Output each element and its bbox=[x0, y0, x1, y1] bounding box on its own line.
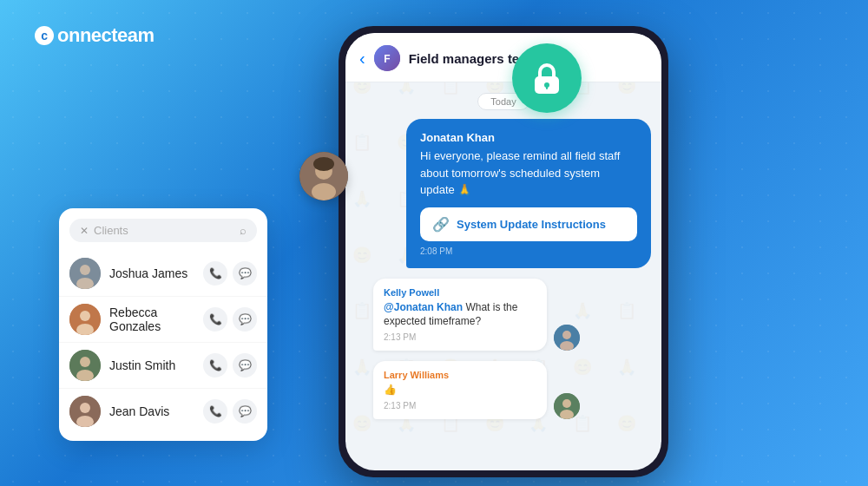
search-label: Clients bbox=[94, 224, 234, 237]
call-button[interactable]: 📞 bbox=[203, 261, 227, 286]
contact-actions: 📞 💬 bbox=[203, 399, 257, 424]
contact-item: Joshua James 📞 💬 bbox=[59, 251, 267, 297]
call-button[interactable]: 📞 bbox=[203, 399, 227, 424]
contact-item: Rebecca Gonzales 📞 💬 bbox=[59, 297, 267, 343]
svg-rect-14 bbox=[546, 85, 548, 89]
kelly-bubble: Kelly Powell @Jonatan Khan What is the e… bbox=[373, 279, 547, 351]
link-card[interactable]: 🔗 System Update Instructions bbox=[420, 207, 637, 241]
back-button[interactable]: ‹ bbox=[359, 49, 365, 69]
phone-header: ‹ F Field managers team bbox=[345, 33, 661, 82]
svg-point-1 bbox=[80, 265, 90, 275]
svg-point-18 bbox=[313, 157, 334, 171]
avatar bbox=[69, 350, 101, 381]
larry-bubble: Larry Williams 👍 2:13 PM bbox=[373, 361, 547, 419]
svg-point-4 bbox=[80, 311, 90, 321]
channel-avatar: F bbox=[374, 45, 400, 71]
avatar bbox=[69, 304, 101, 335]
today-badge: Today bbox=[356, 93, 651, 108]
logo-text: onnecteam bbox=[57, 24, 155, 47]
lock-badge bbox=[512, 43, 582, 113]
search-icon[interactable]: ⌕ bbox=[240, 224, 247, 237]
contact-name: Rebecca Gonzales bbox=[109, 305, 194, 333]
svg-point-22 bbox=[562, 331, 571, 339]
jonatan-avatar bbox=[299, 152, 348, 200]
contact-actions: 📞 💬 bbox=[203, 307, 257, 332]
chat-button[interactable]: 💬 bbox=[233, 399, 257, 424]
svg-point-25 bbox=[562, 399, 571, 408]
larry-message-wrap: Larry Williams 👍 2:13 PM bbox=[356, 361, 651, 423]
reply-time: 2:13 PM bbox=[384, 401, 536, 410]
phone-mockup: 😊🙏📋😊🙏📋😊 📋😊🙏📋😊🙏📋 🙏📋😊🙏📋😊🙏 😊🙏📋😊🙏📋😊 📋😊🙏📋😊🙏📋 … bbox=[339, 26, 668, 477]
jonatan-face bbox=[299, 152, 348, 200]
phone-screen: 😊🙏📋😊🙏📋😊 📋😊🙏📋😊🙏📋 🙏📋😊🙏📋😊🙏 😊🙏📋😊🙏📋😊 📋😊🙏📋😊🙏📋 … bbox=[345, 33, 661, 470]
kelly-avatar bbox=[554, 325, 580, 351]
logo-icon: c bbox=[35, 26, 54, 45]
svg-point-10 bbox=[80, 403, 90, 413]
bubble-text: Hi everyone, please remind all field sta… bbox=[420, 148, 637, 199]
svg-point-7 bbox=[80, 357, 90, 367]
lock-icon bbox=[531, 61, 562, 95]
link-text: System Update Instructions bbox=[457, 218, 606, 231]
bubble-sender: Jonatan Khan bbox=[420, 131, 637, 144]
chat-button[interactable]: 💬 bbox=[233, 353, 257, 378]
app-logo: c onnecteam bbox=[35, 24, 155, 47]
contact-name: Jean Davis bbox=[109, 404, 194, 418]
contact-name: Joshua James bbox=[109, 266, 194, 280]
avatar bbox=[69, 258, 101, 289]
reply-text: 👍 bbox=[384, 383, 536, 397]
call-button[interactable]: 📞 bbox=[203, 307, 227, 332]
search-bar[interactable]: ✕ Clients ⌕ bbox=[69, 219, 257, 242]
clear-icon[interactable]: ✕ bbox=[80, 225, 89, 237]
chat-button[interactable]: 💬 bbox=[233, 307, 257, 332]
reply-time: 2:13 PM bbox=[384, 332, 536, 342]
svg-point-17 bbox=[312, 183, 336, 200]
contact-actions: 📞 💬 bbox=[203, 261, 257, 286]
larry-avatar bbox=[554, 393, 580, 419]
reply-text: @Jonatan Khan What is the expected timef… bbox=[384, 300, 536, 330]
link-icon: 🔗 bbox=[432, 216, 450, 233]
chat-area: Today Jonatan Khan Hi everyone, please r… bbox=[345, 82, 661, 470]
main-message-wrap: Jonatan Khan Hi everyone, please remind … bbox=[356, 119, 651, 268]
bubble-time: 2:08 PM bbox=[420, 246, 637, 256]
contact-actions: 📞 💬 bbox=[203, 353, 257, 378]
svg-text:F: F bbox=[384, 53, 390, 65]
avatar bbox=[69, 396, 101, 427]
main-bubble: Jonatan Khan Hi everyone, please remind … bbox=[406, 119, 651, 268]
kelly-message-wrap: Kelly Powell @Jonatan Khan What is the e… bbox=[356, 279, 651, 351]
contact-panel: ✕ Clients ⌕ Joshua James 📞 💬 Rebecca Gon… bbox=[59, 208, 267, 441]
contact-item: Justin Smith 📞 💬 bbox=[59, 343, 267, 389]
reply-sender-name: Kelly Powell bbox=[384, 287, 536, 298]
contact-name: Justin Smith bbox=[109, 358, 194, 372]
contact-item: Jean Davis 📞 💬 bbox=[59, 389, 267, 434]
reply-sender-name: Larry Williams bbox=[384, 370, 536, 380]
call-button[interactable]: 📞 bbox=[203, 353, 227, 378]
chat-button[interactable]: 💬 bbox=[233, 261, 257, 286]
